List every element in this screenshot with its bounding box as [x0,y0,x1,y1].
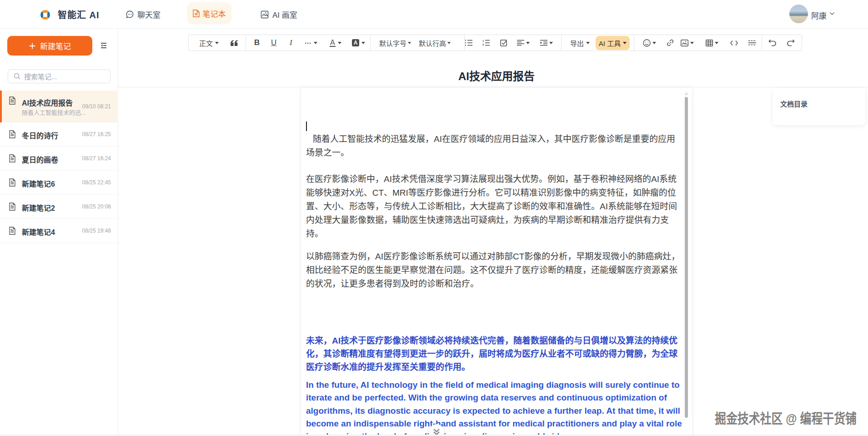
svg-text:2: 2 [482,43,484,46]
svg-text:1: 1 [482,40,484,42]
